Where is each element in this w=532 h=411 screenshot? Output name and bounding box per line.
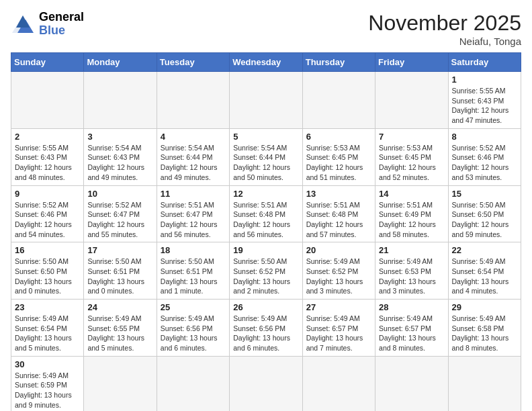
day-info: Sunrise: 5:53 AM Sunset: 6:45 PM Dayligh…	[379, 143, 444, 183]
calendar-cell	[84, 72, 157, 129]
calendar-cell	[11, 72, 84, 129]
day-number: 1	[452, 75, 517, 85]
calendar-cell	[375, 356, 448, 411]
day-info: Sunrise: 5:55 AM Sunset: 6:43 PM Dayligh…	[452, 86, 517, 126]
calendar-cell: 18Sunrise: 5:50 AM Sunset: 6:51 PM Dayli…	[157, 242, 229, 300]
day-info: Sunrise: 5:52 AM Sunset: 6:46 PM Dayligh…	[15, 200, 80, 240]
day-number: 28	[379, 302, 444, 312]
page-header: General Blue November 2025 Neiafu, Tonga	[11, 11, 521, 47]
day-number: 30	[15, 359, 80, 369]
logo: General Blue	[11, 11, 84, 38]
day-info: Sunrise: 5:49 AM Sunset: 6:59 PM Dayligh…	[15, 371, 80, 410]
day-number: 3	[87, 132, 152, 142]
calendar-cell: 25Sunrise: 5:49 AM Sunset: 6:56 PM Dayli…	[157, 300, 229, 357]
day-number: 19	[233, 245, 298, 255]
day-number: 10	[87, 189, 152, 199]
calendar-cell: 30Sunrise: 5:49 AM Sunset: 6:59 PM Dayli…	[11, 356, 84, 411]
calendar-week-row: 16Sunrise: 5:50 AM Sunset: 6:50 PM Dayli…	[11, 242, 521, 300]
day-number: 22	[452, 245, 517, 255]
day-info: Sunrise: 5:54 AM Sunset: 6:43 PM Dayligh…	[87, 143, 152, 183]
calendar-cell: 17Sunrise: 5:50 AM Sunset: 6:51 PM Dayli…	[84, 242, 157, 300]
calendar-cell	[157, 72, 229, 129]
weekday-header-row: SundayMondayTuesdayWednesdayThursdayFrid…	[11, 53, 521, 72]
day-info: Sunrise: 5:49 AM Sunset: 6:55 PM Dayligh…	[87, 314, 152, 353]
day-number: 14	[379, 189, 444, 199]
day-number: 5	[233, 132, 298, 142]
day-number: 16	[15, 245, 80, 255]
day-number: 12	[233, 189, 298, 199]
calendar-week-row: 1Sunrise: 5:55 AM Sunset: 6:43 PM Daylig…	[11, 72, 521, 129]
calendar-cell: 6Sunrise: 5:53 AM Sunset: 6:45 PM Daylig…	[302, 128, 375, 185]
calendar-cell: 4Sunrise: 5:54 AM Sunset: 6:44 PM Daylig…	[157, 128, 229, 185]
location: Neiafu, Tonga	[368, 36, 521, 47]
weekday-header-sunday: Sunday	[11, 53, 84, 72]
title-block: November 2025 Neiafu, Tonga	[368, 11, 521, 47]
calendar-cell: 28Sunrise: 5:49 AM Sunset: 6:57 PM Dayli…	[375, 300, 448, 357]
calendar-week-row: 23Sunrise: 5:49 AM Sunset: 6:54 PM Dayli…	[11, 300, 521, 357]
logo-icon	[11, 14, 35, 34]
day-info: Sunrise: 5:49 AM Sunset: 6:52 PM Dayligh…	[306, 257, 371, 296]
day-number: 25	[161, 302, 226, 312]
calendar-cell: 12Sunrise: 5:51 AM Sunset: 6:48 PM Dayli…	[230, 185, 302, 242]
weekday-header-monday: Monday	[84, 53, 157, 72]
calendar-cell: 22Sunrise: 5:49 AM Sunset: 6:54 PM Dayli…	[448, 242, 521, 300]
calendar-cell: 14Sunrise: 5:51 AM Sunset: 6:49 PM Dayli…	[375, 185, 448, 242]
day-number: 15	[452, 189, 517, 199]
day-info: Sunrise: 5:50 AM Sunset: 6:51 PM Dayligh…	[161, 257, 226, 296]
day-info: Sunrise: 5:49 AM Sunset: 6:54 PM Dayligh…	[452, 257, 517, 296]
calendar-cell: 29Sunrise: 5:49 AM Sunset: 6:58 PM Dayli…	[448, 300, 521, 357]
calendar-cell	[157, 356, 229, 411]
calendar-cell: 15Sunrise: 5:50 AM Sunset: 6:50 PM Dayli…	[448, 185, 521, 242]
day-info: Sunrise: 5:54 AM Sunset: 6:44 PM Dayligh…	[161, 143, 226, 183]
calendar-cell: 23Sunrise: 5:49 AM Sunset: 6:54 PM Dayli…	[11, 300, 84, 357]
day-number: 7	[379, 132, 444, 142]
calendar-cell: 10Sunrise: 5:52 AM Sunset: 6:47 PM Dayli…	[84, 185, 157, 242]
calendar-cell: 1Sunrise: 5:55 AM Sunset: 6:43 PM Daylig…	[448, 72, 521, 129]
day-info: Sunrise: 5:49 AM Sunset: 6:56 PM Dayligh…	[233, 314, 298, 353]
day-info: Sunrise: 5:49 AM Sunset: 6:58 PM Dayligh…	[452, 314, 517, 353]
logo-text: General Blue	[39, 11, 84, 38]
day-number: 21	[379, 245, 444, 255]
day-number: 17	[87, 245, 152, 255]
day-info: Sunrise: 5:50 AM Sunset: 6:52 PM Dayligh…	[233, 257, 298, 296]
day-info: Sunrise: 5:54 AM Sunset: 6:44 PM Dayligh…	[233, 143, 298, 183]
calendar-cell: 8Sunrise: 5:52 AM Sunset: 6:46 PM Daylig…	[448, 128, 521, 185]
weekday-header-wednesday: Wednesday	[230, 53, 302, 72]
calendar-cell	[230, 356, 302, 411]
calendar-cell	[302, 356, 375, 411]
calendar-cell	[302, 72, 375, 129]
day-number: 6	[306, 132, 371, 142]
calendar-cell: 2Sunrise: 5:55 AM Sunset: 6:43 PM Daylig…	[11, 128, 84, 185]
day-info: Sunrise: 5:51 AM Sunset: 6:47 PM Dayligh…	[161, 200, 226, 240]
calendar-week-row: 30Sunrise: 5:49 AM Sunset: 6:59 PM Dayli…	[11, 356, 521, 411]
calendar-cell: 19Sunrise: 5:50 AM Sunset: 6:52 PM Dayli…	[230, 242, 302, 300]
calendar-cell: 5Sunrise: 5:54 AM Sunset: 6:44 PM Daylig…	[230, 128, 302, 185]
day-number: 11	[161, 189, 226, 199]
day-info: Sunrise: 5:52 AM Sunset: 6:47 PM Dayligh…	[87, 200, 152, 240]
day-number: 18	[161, 245, 226, 255]
calendar-cell: 26Sunrise: 5:49 AM Sunset: 6:56 PM Dayli…	[230, 300, 302, 357]
calendar-cell: 16Sunrise: 5:50 AM Sunset: 6:50 PM Dayli…	[11, 242, 84, 300]
calendar-cell	[84, 356, 157, 411]
day-number: 23	[15, 302, 80, 312]
calendar-cell: 13Sunrise: 5:51 AM Sunset: 6:48 PM Dayli…	[302, 185, 375, 242]
day-number: 8	[452, 132, 517, 142]
day-info: Sunrise: 5:49 AM Sunset: 6:54 PM Dayligh…	[15, 314, 80, 353]
weekday-header-thursday: Thursday	[302, 53, 375, 72]
day-info: Sunrise: 5:51 AM Sunset: 6:48 PM Dayligh…	[233, 200, 298, 240]
calendar-week-row: 9Sunrise: 5:52 AM Sunset: 6:46 PM Daylig…	[11, 185, 521, 242]
weekday-header-tuesday: Tuesday	[157, 53, 229, 72]
day-info: Sunrise: 5:49 AM Sunset: 6:53 PM Dayligh…	[379, 257, 444, 296]
day-number: 13	[306, 189, 371, 199]
calendar-table: SundayMondayTuesdayWednesdayThursdayFrid…	[11, 52, 521, 411]
day-info: Sunrise: 5:49 AM Sunset: 6:56 PM Dayligh…	[161, 314, 226, 353]
day-number: 26	[233, 302, 298, 312]
calendar-cell: 11Sunrise: 5:51 AM Sunset: 6:47 PM Dayli…	[157, 185, 229, 242]
calendar-cell: 27Sunrise: 5:49 AM Sunset: 6:57 PM Dayli…	[302, 300, 375, 357]
weekday-header-saturday: Saturday	[448, 53, 521, 72]
calendar-cell: 21Sunrise: 5:49 AM Sunset: 6:53 PM Dayli…	[375, 242, 448, 300]
calendar-cell: 9Sunrise: 5:52 AM Sunset: 6:46 PM Daylig…	[11, 185, 84, 242]
day-info: Sunrise: 5:51 AM Sunset: 6:49 PM Dayligh…	[379, 200, 444, 240]
month-title: November 2025	[368, 11, 521, 36]
calendar-cell	[230, 72, 302, 129]
